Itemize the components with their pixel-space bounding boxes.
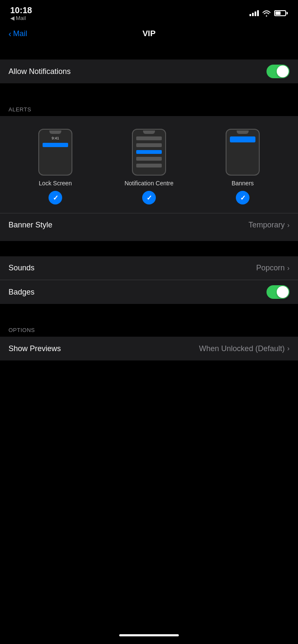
phone-notch <box>237 131 249 134</box>
phone-notch <box>49 131 61 134</box>
status-back-label: ◀ Mail <box>10 15 32 21</box>
notif-bar-1 <box>136 136 162 140</box>
sounds-gap <box>0 241 298 256</box>
notif-centre-screen <box>133 134 165 175</box>
phone-notch <box>143 131 155 134</box>
badges-toggle[interactable] <box>266 285 289 299</box>
alert-item-banners[interactable]: Banners ✓ <box>209 129 277 204</box>
banner-style-label: Banner Style <box>9 221 52 230</box>
lock-screen-label: Lock Screen <box>39 180 72 187</box>
wifi-icon <box>262 10 271 17</box>
banners-screen <box>226 134 259 175</box>
signal-icon <box>249 10 259 16</box>
notif-bar-3 <box>136 157 162 161</box>
notification-bar <box>43 143 68 147</box>
battery-icon <box>274 10 288 16</box>
chevron-right-icon: › <box>287 221 289 229</box>
badges-row: Badges <box>0 280 298 304</box>
show-previews-value: When Unlocked (Default) › <box>199 344 289 353</box>
lock-time: 9:41 <box>41 136 70 140</box>
nav-bar: ‹ Mail VIP <box>0 23 298 44</box>
lock-screen-check: ✓ <box>49 191 62 204</box>
sounds-label: Sounds <box>9 264 34 272</box>
notif-bar-2 <box>136 143 162 147</box>
show-previews-row[interactable]: Show Previews When Unlocked (Default) › <box>0 337 298 360</box>
alert-item-notification-centre[interactable]: Notification Centre ✓ <box>115 129 183 204</box>
chevron-right-icon: › <box>287 264 289 272</box>
status-right <box>249 10 288 17</box>
allow-notifications-label: Allow Notifications <box>9 67 71 76</box>
checkmark-icon: ✓ <box>146 194 152 202</box>
allow-notifications-toggle[interactable] <box>266 65 289 78</box>
top-gap <box>0 44 298 60</box>
alerts-gap <box>0 83 298 99</box>
back-label: Mail <box>13 29 27 38</box>
alert-icons-row: 9:41 Lock Screen ✓ Notifica <box>0 125 298 209</box>
status-bar: 10:18 ◀ Mail <box>0 0 298 23</box>
allow-notifications-group: Allow Notifications <box>0 60 298 83</box>
banners-check: ✓ <box>236 191 249 204</box>
options-section-header: OPTIONS <box>0 319 298 337</box>
page-title: VIP <box>143 29 156 38</box>
banners-label: Banners <box>232 180 254 187</box>
notification-centre-check: ✓ <box>142 191 156 204</box>
alerts-section-header: ALERTS <box>0 99 298 116</box>
lock-screen-mockup: 9:41 <box>38 129 72 176</box>
allow-notifications-row: Allow Notifications <box>0 60 298 83</box>
notification-centre-label: Notification Centre <box>124 180 173 187</box>
status-left: 10:18 ◀ Mail <box>10 6 32 21</box>
alert-item-lock-screen[interactable]: 9:41 Lock Screen ✓ <box>21 129 89 204</box>
banner-bar <box>230 136 255 142</box>
banners-mockup <box>226 129 260 176</box>
banner-style-row[interactable]: Banner Style Temporary › <box>0 213 298 237</box>
checkmark-icon: ✓ <box>53 194 58 202</box>
phone-screen: 9:41 <box>39 134 72 175</box>
notif-bar-4 <box>136 164 162 167</box>
show-previews-label: Show Previews <box>9 344 61 353</box>
toggle-knob <box>277 286 289 298</box>
home-indicator <box>119 634 179 636</box>
sounds-value: Popcorn › <box>256 264 289 272</box>
options-gap <box>0 304 298 319</box>
checkmark-icon: ✓ <box>240 194 246 202</box>
options-group: Show Previews When Unlocked (Default) › <box>0 337 298 360</box>
notif-bar-blue <box>136 150 162 154</box>
badges-label: Badges <box>9 288 34 297</box>
status-time: 10:18 <box>10 6 32 15</box>
alerts-section: 9:41 Lock Screen ✓ Notifica <box>0 116 298 241</box>
banner-style-value: Temporary › <box>249 221 289 230</box>
notif-centre-mockup <box>132 129 166 176</box>
sounds-row[interactable]: Sounds Popcorn › <box>0 256 298 280</box>
back-chevron-icon: ‹ <box>9 29 11 39</box>
back-button[interactable]: ‹ Mail <box>9 29 27 39</box>
chevron-right-icon: › <box>287 345 289 352</box>
toggle-knob <box>277 65 289 77</box>
sounds-badges-group: Sounds Popcorn › Badges <box>0 256 298 304</box>
